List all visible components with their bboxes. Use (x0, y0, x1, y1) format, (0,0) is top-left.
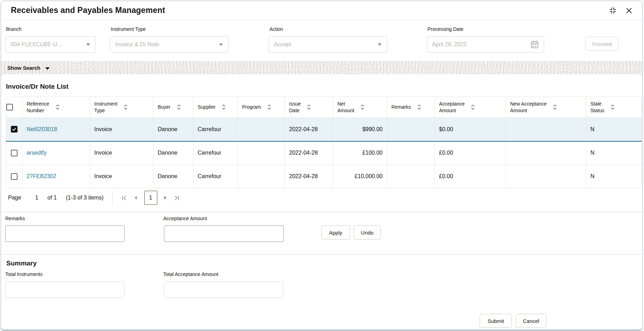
cell-remarks (387, 118, 435, 141)
sort-icon[interactable] (222, 104, 226, 110)
processing-date-label: Processing Date (427, 26, 464, 32)
cell-issue-date: 2022-04-28 (285, 141, 333, 165)
cell-buyer: Danone (153, 141, 193, 165)
cell-remarks (387, 165, 435, 188)
column-header-stale-status[interactable]: Stale Status (586, 97, 642, 118)
collapse-icon[interactable] (609, 6, 617, 15)
column-label: Reference Number (27, 101, 49, 113)
acceptance-amount-label: Acceptance Amount (163, 216, 207, 221)
calendar-icon[interactable] (530, 40, 539, 49)
cell-reference-number: arsedtfy (22, 141, 90, 165)
sort-icon[interactable] (56, 104, 60, 110)
column-header-net-amount[interactable]: Net Amount (333, 97, 387, 118)
divider (1, 212, 642, 212)
column-header-instrument-type[interactable]: Instrument Type (90, 97, 153, 118)
cell-new-acceptance-amount (506, 165, 586, 188)
cell-issue-date: 2022-04-28 (285, 118, 333, 141)
last-page-icon[interactable] (173, 195, 180, 201)
cell-checkbox (6, 141, 22, 165)
apply-button[interactable]: Apply (321, 225, 350, 239)
close-icon[interactable] (625, 7, 632, 14)
total-instruments-input[interactable] (5, 282, 125, 298)
proceed-button[interactable]: Proceed (585, 37, 619, 51)
column-label: Instrument Type (94, 101, 117, 113)
cell-reference-number: Net0203018 (22, 118, 90, 141)
next-page-icon[interactable] (164, 195, 167, 200)
column-header-program[interactable]: Program (238, 97, 285, 118)
pagination-divider (112, 190, 112, 205)
column-header-remarks[interactable]: Remarks (387, 97, 435, 118)
pagination-of-label: of 1 (47, 195, 57, 201)
sort-icon[interactable] (417, 104, 421, 110)
cell-remarks (387, 141, 435, 165)
row-checkbox[interactable] (11, 150, 18, 156)
table-header-row: Reference NumberInstrument TypeBuyerSupp… (6, 97, 642, 118)
reference-link[interactable]: arsedtfy (27, 150, 47, 156)
column-header-issue-date[interactable]: Issue Date (285, 97, 333, 118)
column-header-supplier[interactable]: Supplier (193, 97, 238, 118)
sort-icon[interactable] (361, 104, 364, 110)
titlebar-icons (609, 6, 632, 15)
sort-icon[interactable] (267, 104, 271, 110)
table-row: Net0203018InvoiceDanoneCarrefour2022-04-… (6, 118, 642, 141)
cancel-button[interactable]: Cancel (516, 314, 546, 328)
cell-net-amount: £10,000.00 (333, 165, 387, 188)
column-label: Issue Date (289, 101, 301, 113)
column-label: Program (242, 104, 261, 110)
sort-icon[interactable] (307, 104, 311, 110)
remarks-input[interactable] (5, 225, 125, 242)
chevron-down-icon (45, 67, 50, 70)
cell-net-amount: £100.00 (333, 141, 387, 165)
cell-checkbox (6, 118, 22, 141)
chevron-down-icon (377, 43, 382, 46)
reference-link[interactable]: 27FEB2302 (27, 173, 56, 179)
sort-icon[interactable] (553, 104, 557, 110)
dialog-window: Receivables and Payables Management Bran… (1, 1, 643, 330)
submit-button[interactable]: Submit (480, 314, 512, 328)
total-acceptance-amount-input[interactable] (164, 282, 283, 298)
instrument-type-label: Instrument Type (111, 26, 146, 32)
summary-title: Summary (6, 259, 37, 267)
sort-icon[interactable] (177, 104, 181, 110)
column-label: Supplier (198, 104, 215, 110)
cell-new-acceptance-amount (506, 141, 586, 165)
action-select[interactable]: Accept (269, 36, 387, 53)
processing-date-value: April 29, 2022 (432, 41, 467, 48)
sort-icon[interactable] (611, 104, 615, 110)
pagination-current-page: 1 (35, 195, 38, 201)
show-search-toggle[interactable]: Show Search (7, 65, 50, 71)
cell-instrument-type: Invoice (90, 118, 153, 141)
select-all-checkbox[interactable] (6, 104, 13, 110)
reference-link[interactable]: Net0203018 (27, 126, 57, 132)
processing-date-field[interactable]: April 29, 2022 (427, 36, 544, 53)
pagination: Page 1 of 1 (1-3 of 3 items) 1 (8, 190, 180, 205)
content-panel: Invoice/Dr Note List Reference NumberIns… (1, 74, 642, 330)
column-header-buyer[interactable]: Buyer (153, 97, 193, 118)
action-value: Accept (274, 41, 291, 48)
cell-instrument-type: Invoice (90, 141, 153, 165)
column-header-new-acceptance-amount[interactable]: New Acceptance Amount (506, 97, 586, 118)
cell-supplier: Carrefour (193, 118, 238, 141)
row-checkbox[interactable] (11, 126, 18, 133)
sort-icon[interactable] (124, 104, 128, 110)
column-header-reference-number[interactable]: Reference Number (22, 97, 90, 118)
page-title: Receivables and Payables Management (11, 6, 165, 15)
first-page-icon[interactable] (121, 195, 128, 201)
branch-select[interactable]: 004-FLEXCUBE-U... (5, 36, 96, 53)
branch-value: 004-FLEXCUBE-U... (11, 41, 62, 48)
acceptance-amount-input[interactable] (164, 225, 284, 242)
sort-icon[interactable] (471, 104, 475, 110)
list-title: Invoice/Dr Note List (6, 83, 68, 90)
cell-buyer: Danone (153, 165, 193, 188)
current-page-box[interactable]: 1 (144, 191, 157, 205)
cell-issue-date: 2022-04-28 (285, 165, 333, 188)
instrument-type-select[interactable]: Invoice & Dr Note (110, 36, 228, 53)
prev-page-icon[interactable] (134, 195, 137, 200)
column-header-acceptance-amount[interactable]: Acceptance Amount (435, 97, 506, 118)
column-label: Stale Status (590, 101, 604, 113)
column-label: Acceptance Amount (439, 101, 465, 113)
show-search-label: Show Search (7, 65, 40, 71)
row-checkbox[interactable] (11, 173, 18, 180)
table-body: Net0203018InvoiceDanoneCarrefour2022-04-… (6, 118, 642, 188)
undo-button[interactable]: Undo (354, 225, 381, 239)
